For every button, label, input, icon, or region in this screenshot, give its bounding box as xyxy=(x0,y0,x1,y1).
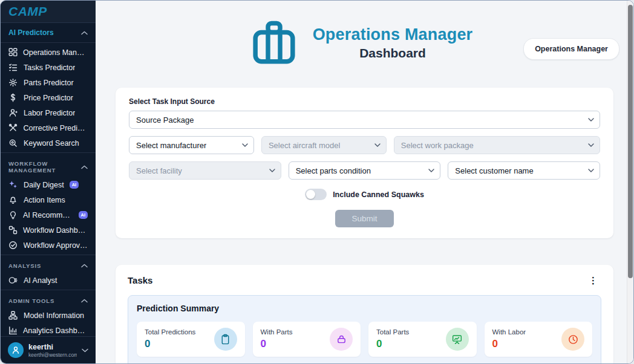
section-divider xyxy=(1,290,96,290)
search-icon xyxy=(8,138,18,148)
section-header-admin-tools[interactable]: ADMIN TOOLS xyxy=(1,292,96,308)
section-divider xyxy=(1,152,96,153)
stat-value: 0 xyxy=(145,338,195,350)
main-content: Operations Manager Dashboard Operations … xyxy=(96,1,633,363)
section-header-ai-predictors[interactable]: AI Predictors xyxy=(1,23,96,41)
kebab-menu-icon[interactable]: ⋮ xyxy=(585,277,601,284)
sidebar-item-tasks-predictor[interactable]: Tasks Predictor xyxy=(1,60,96,75)
stat-value: 0 xyxy=(492,338,526,350)
section-label: ANALYSIS xyxy=(8,262,41,269)
customer-name-select[interactable]: Select customer name xyxy=(448,161,600,180)
chart-box-icon xyxy=(8,326,18,335)
chevron-down-icon xyxy=(588,143,594,147)
page-title: Operations Manager xyxy=(313,25,473,44)
role-pill-button[interactable]: Operations Manager xyxy=(523,38,619,60)
select-row-2: Select facility Select parts condition S… xyxy=(129,161,600,180)
chevron-down-icon xyxy=(588,169,594,172)
section-header-analysis[interactable]: ANALYSIS xyxy=(1,257,96,273)
stat-card-total-predictions: Total Predictions0 xyxy=(137,322,245,357)
sidebar-item-labor-predictor[interactable]: Labor Predictor xyxy=(1,105,96,120)
manufacturer-select[interactable]: Select manufacturer xyxy=(129,136,254,154)
toggle-knob xyxy=(306,190,315,199)
stat-text: With Parts0 xyxy=(261,328,293,350)
user-section[interactable]: keerthi keerthi@western.com xyxy=(1,336,96,363)
sidebar-item-keyword-search[interactable]: Keyword Search xyxy=(1,135,96,151)
chevron-up-icon xyxy=(81,264,88,268)
clock-icon xyxy=(561,328,584,351)
sidebar-item-label: Model Information xyxy=(24,311,84,320)
stat-card-with-parts: With Parts0 xyxy=(253,322,361,357)
sidebar-item-label: Keyword Search xyxy=(24,139,79,148)
sidebar-item-label: Action Items xyxy=(24,196,65,204)
tools-icon xyxy=(8,123,18,132)
bell-icon xyxy=(8,195,18,204)
stat-text: Total Parts0 xyxy=(376,328,409,350)
sidebar-item-corrective-predictor[interactable]: Corrective Predictor xyxy=(1,120,96,135)
sidebar-item-label: Tasks Predictor xyxy=(24,63,75,72)
sidebar-item-action-items[interactable]: Action Items xyxy=(1,192,96,207)
chevron-down-icon xyxy=(242,143,248,147)
person-icon xyxy=(8,108,18,117)
sidebar-item-label: Price Predictor xyxy=(24,94,73,102)
chevron-up-icon xyxy=(81,299,88,303)
user-meta: keerthi keerthi@western.com xyxy=(28,343,77,358)
stat-text: With Labor0 xyxy=(492,328,526,350)
camp-logo: CAMP xyxy=(8,4,47,19)
stat-value: 0 xyxy=(261,338,293,350)
chevron-down-icon xyxy=(374,143,381,147)
sidebar-item-parts-predictor[interactable]: Parts Predictor xyxy=(1,75,96,90)
briefcase-icon xyxy=(250,19,298,67)
dashboard-grid-icon xyxy=(8,48,18,57)
sidebar-item-daily-digest[interactable]: Daily DigestAI xyxy=(1,177,96,192)
sidebar-item-workflow-approvals[interactable]: Workflow Approvals xyxy=(1,238,96,253)
sidebar-item-ai-recommendations[interactable]: AI RecommendationsAI xyxy=(1,207,96,223)
chevron-up-icon xyxy=(81,31,88,35)
section-header-workflow-management[interactable]: WORKFLOW MANAGEMENT xyxy=(1,155,96,177)
prediction-summary: Prediction Summary Total Predictions0Wit… xyxy=(128,295,601,363)
sidebar-item-model-information[interactable]: Model Information xyxy=(1,308,96,323)
aircraft-model-select[interactable]: Select aircraft model xyxy=(261,136,387,154)
section-label: AI Predictors xyxy=(8,28,54,37)
chevron-down-icon[interactable] xyxy=(82,348,88,353)
chevron-down-icon xyxy=(588,118,594,122)
user-name: keerthi xyxy=(28,343,77,351)
bag-icon xyxy=(330,328,353,351)
sidebar-item-analytics-dashboard[interactable]: Analytics Dashboard xyxy=(1,323,96,336)
page-title-block: Operations Manager Dashboard xyxy=(313,25,473,60)
sidebar-item-ai-analyst[interactable]: AI Analyst xyxy=(1,273,96,288)
ai-badge: AI xyxy=(70,181,79,189)
canned-squawks-toggle[interactable] xyxy=(305,189,327,200)
logo-band: CAMP xyxy=(1,1,96,23)
sidebar-item-label: AI Recommendations xyxy=(23,211,73,219)
vertical-scrollbar[interactable] xyxy=(627,1,633,363)
section-divider xyxy=(1,255,96,255)
tasks-title: Tasks xyxy=(128,275,152,285)
parts-condition-select[interactable]: Select parts condition xyxy=(289,161,441,180)
gear-icon xyxy=(8,78,18,87)
sidebar-item-label: Workflow Dashboard xyxy=(23,226,88,235)
task-input-source-select[interactable]: Source Package xyxy=(129,111,600,129)
task-input-form: Select Task Input Source Source Package … xyxy=(116,88,613,238)
sidebar-item-workflow-dashboard[interactable]: Workflow Dashboard xyxy=(1,223,96,238)
stat-label: Total Parts xyxy=(376,328,409,336)
sidebar-item-label: Parts Predictor xyxy=(24,79,74,87)
toggle-label: Include Canned Squawks xyxy=(333,190,424,199)
clipboard-icon xyxy=(214,328,237,351)
scrollbar-thumb[interactable] xyxy=(628,5,633,278)
facility-select[interactable]: Select facility xyxy=(129,161,281,180)
section-label: WORKFLOW MANAGEMENT xyxy=(8,160,81,174)
sidebar-item-operations-manager[interactable]: Operations Manager xyxy=(1,45,96,60)
stat-value: 0 xyxy=(376,338,409,350)
sidebar-item-label: AI Analyst xyxy=(24,276,57,285)
sidebar-item-price-predictor[interactable]: Price Predictor xyxy=(1,90,96,105)
stat-card-total-parts: Total Parts0 xyxy=(368,322,477,357)
chevron-down-icon xyxy=(269,169,275,172)
chevron-up-icon xyxy=(81,165,88,169)
org-chart-icon xyxy=(8,311,18,320)
submit-button[interactable]: Submit xyxy=(335,210,393,227)
app-window: CAMP AI PredictorsOperations ManagerTask… xyxy=(0,0,634,364)
ai-badge: AI xyxy=(79,211,88,219)
submit-row: Submit xyxy=(129,210,600,227)
stat-label: Total Predictions xyxy=(145,328,195,336)
work-package-select[interactable]: Select work package xyxy=(394,136,600,154)
